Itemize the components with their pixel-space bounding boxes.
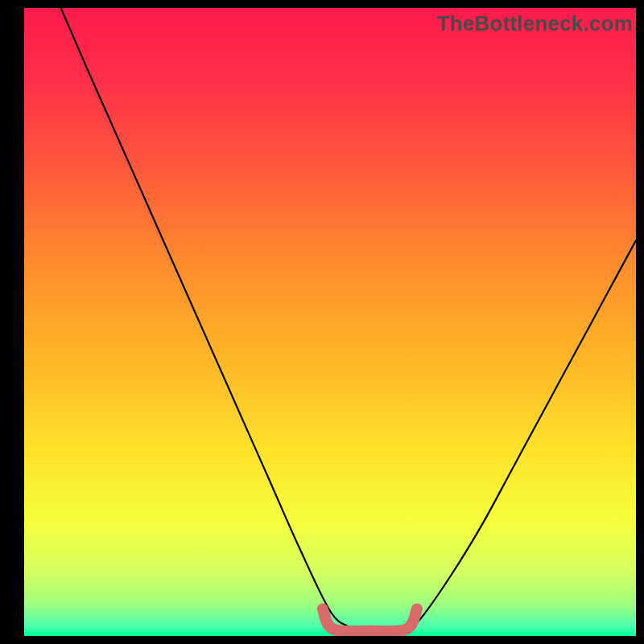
plot-area [24,8,636,636]
gradient-background [24,8,636,636]
chart-container: TheBottleneck.com [0,0,644,644]
svg-rect-0 [24,8,636,636]
watermark-text: TheBottleneck.com [437,11,633,36]
